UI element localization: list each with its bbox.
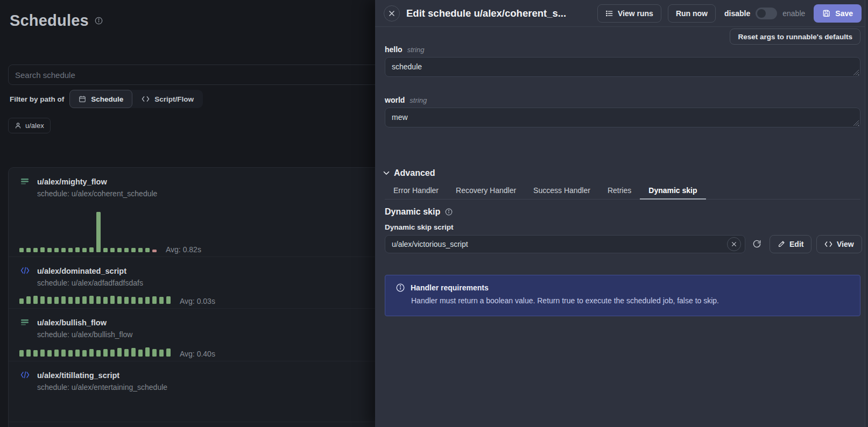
run-bar[interactable] <box>26 296 31 304</box>
arg-hello-input[interactable]: schedule <box>385 57 860 77</box>
person-icon <box>15 122 22 129</box>
owner-filter-chip[interactable]: u/alex <box>8 118 51 133</box>
run-bar[interactable] <box>96 296 101 304</box>
enable-toggle[interactable] <box>756 8 777 19</box>
filter-scriptflow-button[interactable]: Script/Flow <box>132 90 203 108</box>
run-bar[interactable] <box>82 248 87 252</box>
view-runs-button[interactable]: View runs <box>597 4 661 23</box>
run-bar[interactable] <box>82 296 87 304</box>
run-now-button[interactable]: Run now <box>668 4 716 23</box>
run-bar[interactable] <box>152 250 157 252</box>
run-bar[interactable] <box>117 348 122 357</box>
run-bar[interactable] <box>19 248 24 252</box>
run-bar[interactable] <box>117 296 122 304</box>
run-bar[interactable] <box>47 297 52 304</box>
run-bar[interactable] <box>19 350 24 357</box>
run-bar[interactable] <box>145 297 150 304</box>
schedule-name: u/alex/titillating_script <box>37 369 167 381</box>
tab-error-handler[interactable]: Error Handler <box>385 183 447 199</box>
tab-recovery-handler[interactable]: Recovery Handler <box>447 183 525 199</box>
run-bar[interactable] <box>152 349 157 357</box>
close-drawer-button[interactable] <box>384 5 400 22</box>
run-bar[interactable] <box>138 297 143 304</box>
save-button[interactable]: Save <box>814 4 862 23</box>
refresh-icon[interactable] <box>752 239 761 248</box>
run-bar[interactable] <box>110 350 115 357</box>
run-bar[interactable] <box>110 248 115 252</box>
run-bar[interactable] <box>138 350 143 357</box>
schedule-path: schedule: u/alex/coherent_schedule <box>37 188 157 200</box>
run-bar[interactable] <box>40 247 45 252</box>
run-bar[interactable] <box>33 350 38 357</box>
run-bar[interactable] <box>68 297 73 304</box>
tab-retries[interactable]: Retries <box>599 183 640 199</box>
run-bar[interactable] <box>33 248 38 252</box>
run-bar[interactable] <box>75 350 80 357</box>
arg-name: hello <box>385 45 403 54</box>
run-bar[interactable] <box>19 298 24 304</box>
dynamic-skip-script-input[interactable] <box>385 235 745 253</box>
clear-script-button[interactable] <box>727 237 741 251</box>
run-bar[interactable] <box>54 350 59 357</box>
run-bar[interactable] <box>54 297 59 304</box>
run-bar[interactable] <box>47 248 52 252</box>
run-bar[interactable] <box>110 296 115 304</box>
run-bar[interactable] <box>159 350 164 357</box>
run-bar[interactable] <box>103 297 108 304</box>
view-script-button[interactable]: View <box>816 235 862 253</box>
run-bar[interactable] <box>61 350 66 357</box>
schedule-path: schedule: u/alex/entertaining_schedule <box>37 381 167 394</box>
run-bar[interactable] <box>152 296 157 304</box>
run-bar[interactable] <box>131 297 136 304</box>
run-bar[interactable] <box>89 349 94 357</box>
run-bar[interactable] <box>96 350 101 357</box>
run-now-label: Run now <box>676 9 708 18</box>
edit-schedule-drawer: Edit schedule u/alex/coherent_s... View … <box>375 0 868 427</box>
reset-args-button[interactable]: Reset args to runnable's defaults <box>730 29 860 45</box>
run-bar[interactable] <box>75 247 80 252</box>
run-bar[interactable] <box>75 297 80 304</box>
run-bar[interactable] <box>61 296 66 304</box>
run-bar[interactable] <box>89 247 94 252</box>
run-bar[interactable] <box>124 349 129 357</box>
run-bar[interactable] <box>40 350 45 357</box>
tab-dynamic-skip[interactable]: Dynamic skip <box>640 183 705 200</box>
filter-label: Filter by path of <box>10 95 64 103</box>
run-bar[interactable] <box>166 348 171 357</box>
drawer-scrollbar[interactable] <box>865 0 868 427</box>
run-bar[interactable] <box>138 248 143 252</box>
run-bar[interactable] <box>54 248 59 252</box>
arg-world-input[interactable]: mew <box>385 108 860 127</box>
run-bar[interactable] <box>131 348 136 357</box>
dynamic-skip-script-label: Dynamic skip script <box>385 223 454 231</box>
run-bar[interactable] <box>47 350 52 357</box>
run-bar[interactable] <box>166 296 171 304</box>
code-brackets-icon <box>824 241 832 247</box>
run-bar[interactable] <box>96 212 101 252</box>
run-bar[interactable] <box>145 248 150 252</box>
edit-script-button[interactable]: Edit <box>770 235 811 253</box>
run-bar[interactable] <box>103 248 108 252</box>
run-bar[interactable] <box>89 296 94 304</box>
tab-success-handler[interactable]: Success Handler <box>525 183 599 199</box>
run-bar[interactable] <box>117 248 122 252</box>
run-bar[interactable] <box>33 296 38 304</box>
run-bar[interactable] <box>61 248 66 252</box>
schedule-name: u/alex/dominated_script <box>37 265 143 277</box>
run-bar[interactable] <box>131 248 136 252</box>
run-bar[interactable] <box>40 296 45 304</box>
run-bar[interactable] <box>68 350 73 357</box>
run-bar[interactable] <box>82 350 87 357</box>
advanced-section-toggle[interactable]: Advanced <box>383 168 435 178</box>
disable-label: disable <box>724 9 750 18</box>
filter-schedule-button[interactable]: Schedule <box>69 90 132 108</box>
run-bar[interactable] <box>124 248 129 252</box>
save-icon <box>822 9 830 17</box>
run-bar[interactable] <box>26 248 31 252</box>
run-bar[interactable] <box>124 297 129 304</box>
run-bar[interactable] <box>26 350 31 357</box>
run-bar[interactable] <box>145 347 150 357</box>
run-bar[interactable] <box>159 297 164 304</box>
run-bar[interactable] <box>103 349 108 357</box>
run-bar[interactable] <box>68 248 73 252</box>
